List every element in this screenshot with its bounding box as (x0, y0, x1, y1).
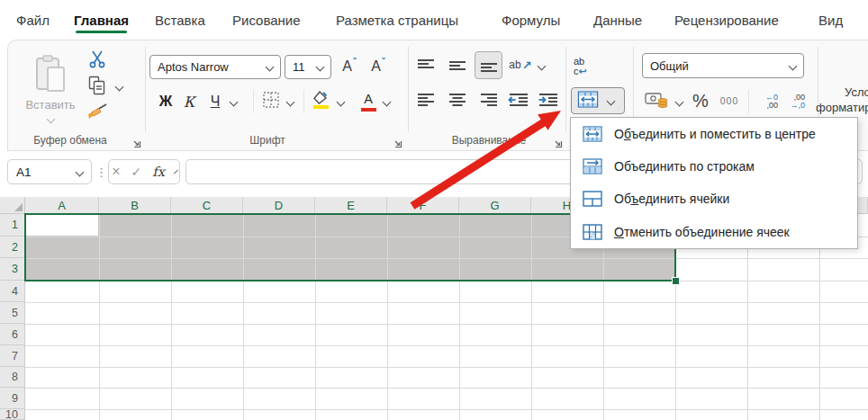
row-header-2[interactable]: 2 (0, 237, 25, 258)
row-header-1[interactable]: 1 (0, 214, 25, 237)
underline-button[interactable]: Ч (205, 89, 225, 114)
decrease-indent-button[interactable] (506, 88, 531, 112)
decrease-decimal-bottom: →,0 (790, 102, 805, 110)
insert-function-icon[interactable]: fx (152, 165, 165, 179)
align-center-button[interactable] (446, 88, 469, 112)
tab-formulas[interactable]: Формулы (502, 8, 560, 33)
gridline-horizontal (25, 324, 868, 325)
menu-item-text-key: ъ (630, 192, 638, 206)
tab-review[interactable]: Рецензирование (674, 8, 779, 33)
increase-decimal-button[interactable]: ←0 ,00 (755, 91, 778, 112)
merge-across-icon (583, 158, 602, 174)
align-left-button[interactable] (414, 88, 438, 112)
conditional-formatting-label-line1[interactable]: Условное (845, 85, 868, 99)
font-color-letter: А (364, 93, 373, 106)
clipboard-dialog-launcher-icon[interactable] (131, 136, 142, 147)
paste-dropdown-chevron[interactable] (46, 114, 55, 123)
row-header-8[interactable]: 8 (0, 367, 25, 388)
decrease-font-size-button[interactable]: А ˇ (366, 54, 391, 79)
tab-draw[interactable]: Рисование (232, 8, 301, 33)
formula-bar-grip[interactable]: ⋮ (95, 165, 107, 179)
bold-button[interactable]: Ж (155, 89, 176, 114)
menu-item-text-key: О (614, 225, 624, 239)
font-dialog-launcher-icon[interactable] (393, 136, 403, 147)
wrap-text-button[interactable]: ab c↩ (574, 52, 601, 81)
row-header-6[interactable]: 6 (0, 324, 25, 345)
fill-color-button[interactable] (310, 89, 333, 114)
column-header-B[interactable]: B (99, 197, 171, 214)
mini-separator (748, 90, 749, 113)
fx-chevron[interactable] (174, 170, 178, 174)
column-header-D[interactable]: D (243, 197, 315, 214)
orientation-button[interactable]: ab ↗ (508, 52, 533, 77)
merge-dropdown-chevron[interactable] (607, 96, 616, 105)
paste-label: Вставить (25, 98, 75, 112)
tab-file[interactable]: Файл (16, 8, 50, 33)
align-bottom-button[interactable] (475, 51, 502, 79)
tab-view[interactable]: Вид (818, 8, 843, 33)
menu-item-merge-across[interactable]: Объединить по строкам (571, 150, 857, 183)
number-format-select[interactable]: Общий (642, 53, 804, 78)
clipboard-group-label: Буфер обмена (16, 134, 124, 148)
borders-icon (262, 91, 280, 112)
accounting-format-button[interactable] (644, 90, 671, 113)
formula-buttons: × ✓ fx (108, 159, 180, 184)
tab-home[interactable]: Главная (74, 8, 129, 33)
tab-page-layout[interactable]: Разметка страницы (336, 8, 458, 33)
column-header-G[interactable]: G (459, 197, 531, 214)
menu-item-text-post: инить по строкам (653, 159, 755, 174)
row-header-7[interactable]: 7 (0, 345, 25, 367)
column-header-F[interactable]: F (387, 197, 459, 214)
font-color-button[interactable]: А (357, 89, 379, 114)
tab-insert[interactable]: Вставка (155, 8, 205, 33)
row-header-9[interactable]: 9 (0, 388, 25, 409)
select-all-button[interactable] (0, 197, 25, 214)
decrease-decimal-button[interactable]: ,00 →,0 (782, 91, 805, 112)
menu-item-merge-cells[interactable]: Объединить ячейки (571, 183, 857, 215)
mini-separator (253, 90, 254, 113)
row-header-5[interactable]: 5 (0, 302, 25, 324)
name-box[interactable]: A1 (7, 159, 92, 184)
merge-center-button[interactable] (571, 87, 625, 114)
font-family-select[interactable]: Aptos Narrow (149, 55, 281, 79)
comma-style-button[interactable]: 000 (716, 90, 743, 112)
copy-icon (88, 76, 106, 99)
italic-button[interactable]: К (180, 89, 198, 114)
gridline-horizontal (25, 409, 868, 410)
orientation-text: ab (509, 58, 520, 71)
align-right-button[interactable] (477, 88, 501, 112)
caret-up-icon: ˆ (353, 56, 357, 67)
column-header-A[interactable]: A (25, 197, 99, 214)
percent-style-button[interactable]: % (688, 87, 713, 114)
font-size-select[interactable]: 11 (285, 55, 331, 79)
enter-icon[interactable]: ✓ (131, 165, 142, 179)
conditional-formatting-label-line2[interactable]: форматирование (816, 101, 868, 114)
tab-data[interactable]: Данные (593, 8, 642, 33)
format-painter-button[interactable] (86, 103, 109, 123)
menu-item-merge-center[interactable]: Объединить и поместить в центре (571, 118, 857, 150)
align-top-button[interactable] (414, 54, 438, 77)
row-header-10[interactable]: 10 (0, 409, 25, 420)
menu-item-unmerge-cells[interactable]: Отменить объединение ячеек (571, 216, 857, 248)
cancel-icon[interactable]: × (112, 164, 120, 180)
align-middle-button[interactable] (446, 54, 469, 77)
mini-separator (303, 90, 304, 113)
menu-item-label: Объединить и поместить в центре (614, 127, 816, 141)
borders-button[interactable] (259, 90, 283, 113)
font-group-label: Шрифт (213, 134, 321, 148)
format-painter-icon (86, 103, 108, 124)
copy-button[interactable] (87, 76, 107, 98)
increase-font-size-button[interactable]: А ˆ (337, 54, 362, 79)
row-header-4[interactable]: 4 (0, 281, 25, 302)
cut-button[interactable] (86, 49, 108, 71)
column-header-C[interactable]: C (171, 197, 243, 214)
gridline-horizontal (25, 388, 868, 389)
alignment-dialog-launcher-icon[interactable] (553, 136, 564, 147)
paste-button[interactable]: Вставить (22, 47, 79, 130)
column-header-E[interactable]: E (315, 197, 387, 214)
row-header-3[interactable]: 3 (0, 258, 25, 281)
increase-indent-button[interactable] (536, 88, 561, 112)
fill-handle[interactable] (672, 277, 680, 285)
grow-font-letter: А (342, 58, 352, 75)
name-box-value: A1 (16, 165, 32, 179)
